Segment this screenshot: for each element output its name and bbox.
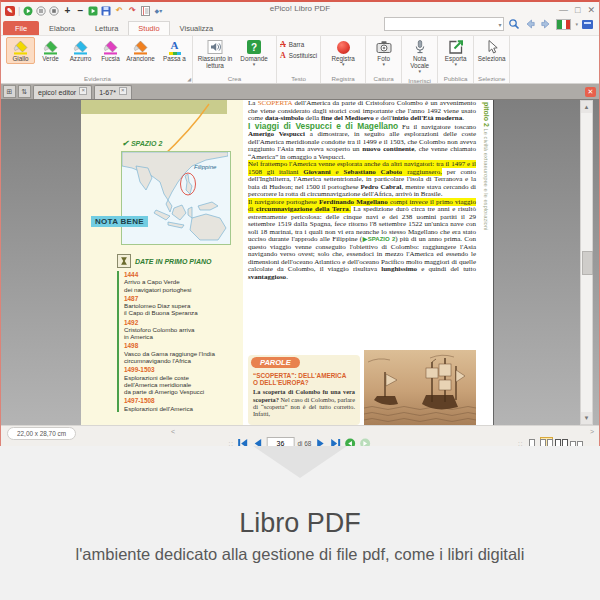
maximize-icon[interactable]: □ xyxy=(575,6,580,15)
page-body-text: La SCOPERTA dell'America da parte di Cri… xyxy=(248,100,476,281)
sostituisci-button[interactable]: A Sostituisci xyxy=(280,51,317,60)
tab-lettura[interactable]: Lettura xyxy=(85,21,128,35)
page-size-label: 22,00 x 28,70 cm xyxy=(7,427,76,440)
group-label: Testo xyxy=(280,74,317,83)
nota-vocale-button[interactable]: Nota Vocale ▾ xyxy=(405,37,434,76)
sort-view-icon[interactable]: ⇅ xyxy=(18,85,31,98)
chevron-down-icon: ▾ xyxy=(454,62,457,67)
window-controls: — □ ✕ xyxy=(559,6,595,15)
language-flag-icon[interactable] xyxy=(556,19,571,30)
esporta-button[interactable]: Esporta ▾ xyxy=(441,37,470,69)
microphone-icon xyxy=(412,39,428,55)
speaker-icon xyxy=(207,39,223,55)
vertical-scrollbar[interactable]: ▲ ▼ xyxy=(580,100,593,425)
pause-button[interactable] xyxy=(36,6,46,16)
nav-back-icon[interactable] xyxy=(524,18,536,30)
tab-studio[interactable]: Studio xyxy=(128,21,169,35)
parole-heading: “SCOPERTA”: DELL'AMERICA O DELL'EUROPA? xyxy=(253,372,355,386)
registra-button[interactable]: Registra ▾ xyxy=(324,37,362,69)
paragraph: Il navigatore portoghese Ferdinando Mage… xyxy=(248,199,476,282)
timeline-entry: 1499-1503Esplorazioni delle coste dell'A… xyxy=(124,366,239,395)
marker-icon xyxy=(43,39,59,55)
chevron-down-icon: ▾ xyxy=(382,62,385,67)
ribbon-group-testo: A Barra A Sostituisci Testo xyxy=(277,36,321,83)
paragraph: La SCOPERTA dell'America da parte di Cri… xyxy=(248,100,476,123)
spazio-label: ✔ SPAZIO 2 xyxy=(122,139,162,148)
highlighter-fucsia-button[interactable]: Fucsia xyxy=(96,37,125,64)
pdf-page: ✔ SPAZIO 2 xyxy=(81,100,493,425)
passa-a-button[interactable]: A Passa a xyxy=(160,37,189,64)
marker-icon xyxy=(73,39,89,55)
nav-forward-icon[interactable] xyxy=(540,18,552,30)
ribbon-group-crea: Riassunto in lettura ? Domande ▾ Crea xyxy=(193,36,277,83)
chevron-down-icon[interactable]: ▾ xyxy=(498,21,503,28)
toolbar-dropdown-caret[interactable]: ◆▾ xyxy=(153,6,163,16)
minimize-icon[interactable]: — xyxy=(559,6,568,15)
highlighter-giallo-button[interactable]: Giallo xyxy=(6,37,35,64)
scroll-down-icon[interactable]: ▼ xyxy=(581,412,592,424)
keyboard-book-icon[interactable] xyxy=(582,20,593,29)
pointer-chevron xyxy=(253,446,347,478)
dates-heading: DATE IN PRIMO PIANO xyxy=(135,258,211,265)
barra-button[interactable]: A Barra xyxy=(280,40,304,49)
seleziona-button[interactable]: Seleziona xyxy=(477,37,506,64)
search-box[interactable]: ▾ xyxy=(384,17,504,31)
ribbon-group-pubblica: Esporta ▾ Pubblica xyxy=(438,36,474,83)
parole-body: La scoperta di Colombo fu una vera scope… xyxy=(253,388,355,416)
chevron-down-icon: ▾ xyxy=(342,62,345,67)
undo-button[interactable]: ↶ xyxy=(114,6,124,16)
scrollbar-thumb[interactable] xyxy=(582,251,593,275)
zoom-out-button[interactable]: − xyxy=(75,6,85,16)
chevron-down-icon[interactable]: ▾ xyxy=(575,21,578,27)
marker-icon xyxy=(133,39,149,55)
foto-button[interactable]: Foto ▾ xyxy=(369,37,398,69)
highlighter-verde-button[interactable]: Verde xyxy=(36,37,65,64)
caption-subtitle: l'ambiente dedicato alla gestione di fil… xyxy=(0,545,600,564)
ribbon-group-selezione: Seleziona Selezione xyxy=(474,36,510,83)
video-button[interactable] xyxy=(88,6,98,16)
play-button[interactable] xyxy=(23,6,33,16)
doc-tab-editor[interactable]: epico! editor × xyxy=(33,85,92,99)
group-label: Evidenzia xyxy=(6,74,189,83)
tab-visualizza[interactable]: Visualizza xyxy=(170,21,224,35)
highlighter-arancione-button[interactable]: Arancione xyxy=(126,37,155,64)
save-button[interactable] xyxy=(101,6,111,16)
stop-button[interactable] xyxy=(49,6,59,16)
hourglass-icon xyxy=(117,254,131,268)
search-icon[interactable] xyxy=(508,18,520,30)
timeline-entry: 1444Arrivo a Capo Verde dei navigatori p… xyxy=(124,271,239,293)
redo-button[interactable]: ↷ xyxy=(127,6,137,16)
search-input[interactable] xyxy=(385,19,498,29)
export-arrow-icon xyxy=(448,39,464,55)
group-label: Selezione xyxy=(477,74,506,83)
highlighter-azzurro-button[interactable]: Azzurro xyxy=(66,37,95,64)
chapter-side-label: pitolo 2 Le civiltà extraeuropee e le es… xyxy=(483,102,490,332)
app-window: ✎ | + − ↶ ↷ ◆▾ ePico! Libro PDF — □ ✕ xyxy=(0,0,600,446)
document-viewport[interactable]: ✔ SPAZIO 2 xyxy=(1,100,599,425)
scroll-right-icon[interactable]: > xyxy=(590,428,594,435)
nota-bene-label: NOTA BENE xyxy=(91,216,148,227)
parole-box: PAROLE “SCOPERTA”: DELL'AMERICA O DELL'E… xyxy=(248,355,360,425)
timeline-entry: 1498Vasco da Gama raggiunge l'India circ… xyxy=(124,342,239,364)
tab-elabora[interactable]: Elabora xyxy=(39,21,85,35)
camera-icon xyxy=(376,39,392,55)
doc-tab-book[interactable]: 1-67* × xyxy=(94,85,132,99)
riassunto-button[interactable]: Riassunto in lettura xyxy=(196,37,234,71)
close-icon[interactable]: ✕ xyxy=(587,6,595,15)
domande-button[interactable]: ? Domande ▾ xyxy=(235,37,273,69)
scroll-left-icon[interactable]: < xyxy=(171,428,175,435)
zoom-in-button[interactable]: + xyxy=(62,6,72,16)
close-document-icon[interactable]: ✕ xyxy=(585,87,596,97)
map-figure: Filippine xyxy=(121,151,231,245)
tile-windows-icon[interactable]: ⊞ xyxy=(3,85,16,98)
close-icon[interactable]: × xyxy=(119,87,127,95)
notes-button[interactable] xyxy=(140,6,150,16)
question-mark-icon: ? xyxy=(247,39,261,55)
scroll-up-icon[interactable]: ▲ xyxy=(581,101,592,113)
close-icon[interactable]: × xyxy=(79,87,87,95)
dialog-launcher-icon[interactable]: ◢ xyxy=(187,77,191,82)
ribbon-group-evidenzia: Giallo Verde Azzurro Fucsia xyxy=(3,36,193,83)
timeline-entry: 1497-1508Esplorazioni dell'America xyxy=(124,397,239,412)
paragraph: Nel frattempo l'America venne esplorata … xyxy=(248,161,476,199)
tab-file[interactable]: File xyxy=(3,21,39,35)
